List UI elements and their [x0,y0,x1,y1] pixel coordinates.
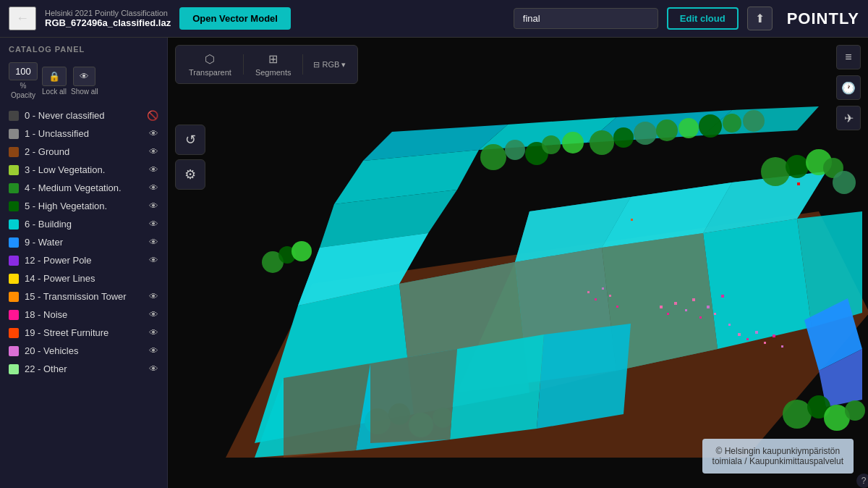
title-block: Helsinki 2021 Pointly Classification RGB… [45,9,171,28]
layer-label-street-furn: 19 - Street Furniture [25,327,143,338]
layer-color-street-furn [9,328,19,338]
compass-button[interactable]: ✈ [836,106,861,130]
svg-rect-57 [728,324,731,326]
layer-eye-unclassified[interactable]: 👁 [149,128,158,139]
svg-point-29 [562,132,584,153]
svg-rect-53 [699,316,702,319]
back-button[interactable]: ← [9,7,36,30]
layer-label-high-veg: 5 - High Vegetation. [25,201,143,211]
layer-eye-vehicles[interactable]: 👁 [149,345,158,356]
svg-rect-60 [755,331,758,334]
show-all-button[interactable]: 👁 [73,67,95,86]
toolbar-divider-1 [243,54,244,75]
layer-item-never-classified[interactable]: 0 - Never classified🚫 [0,106,167,125]
float-tools: ↺ ⚙ [175,125,205,190]
layer-item-power-lines[interactable]: 14 - Power Lines👁 [0,269,167,287]
settings-button[interactable]: ⚙ [175,159,205,190]
layer-eye-street-furn[interactable]: 👁 [149,327,158,338]
viewport[interactable]: ⬡ Transparent ⊞ Segments ⊟ RGB ▾ ≡ 🕐 ✈ ↺ [168,38,868,488]
layer-label-other: 22 - Other [25,363,143,374]
layer-eye-med-veg[interactable]: 👁 [149,182,158,193]
svg-rect-54 [707,306,710,308]
svg-rect-68 [616,306,618,308]
rgb-icon: ⊟ [313,60,320,70]
layer-eye-building[interactable]: 👁 [149,219,158,230]
layer-item-trans-tower[interactable]: 15 - Transmission Tower👁 [0,287,167,306]
layer-item-ground[interactable]: 2 - Ground👁 [0,143,167,161]
layer-item-noise[interactable]: 18 - Noise👁 [0,306,167,324]
scene-3d [168,38,868,488]
menu-button[interactable]: ≡ [836,45,861,70]
layer-label-noise: 18 - Noise [25,309,143,320]
svg-rect-64 [587,291,590,293]
opacity-input[interactable] [9,62,38,80]
segments-label: Segments [255,68,292,77]
opacity-label: % [20,82,27,90]
attribution-line1: © Helsingin kaupunkiympäristön [712,446,843,456]
layer-color-ground [9,147,19,157]
share-button[interactable]: ⬆ [747,7,773,30]
layer-item-high-veg[interactable]: 5 - High Vegetation.👁 [0,197,167,215]
layer-eye-noise[interactable]: 👁 [149,309,158,320]
edit-cloud-button[interactable]: Edit cloud [667,7,739,30]
layer-list: 0 - Never classified🚫1 - Unclassified👁2 … [0,106,167,488]
svg-point-32 [634,122,657,145]
open-vector-button[interactable]: Open Vector Model [179,7,291,30]
layer-item-low-veg[interactable]: 3 - Low Vegetation.👁 [0,161,167,179]
layer-item-other[interactable]: 22 - Other👁 [0,360,167,378]
sidebar-controls: % Opacity 🔒 Lock all 👁 Show all [0,58,167,106]
layer-item-med-veg[interactable]: 4 - Medium Vegetation.👁 [0,179,167,197]
layer-color-noise [9,310,19,320]
layer-eye-ground[interactable]: 👁 [149,146,158,157]
rotate-button[interactable]: ↺ [175,125,205,155]
lock-all-button[interactable]: 🔒 [42,67,67,86]
svg-point-36 [723,114,741,132]
layer-label-ground: 2 - Ground [25,146,143,157]
svg-rect-55 [714,313,716,315]
main-area: CATALOG PANEL % Opacity 🔒 Lock all 👁 Sho… [0,38,868,488]
rgb-button[interactable]: ⊟ RGB ▾ [307,57,352,72]
layer-item-water[interactable]: 9 - Water👁 [0,233,167,251]
svg-rect-52 [692,298,695,301]
svg-marker-82 [537,324,631,429]
layer-eye-high-veg[interactable]: 👁 [149,201,158,211]
svg-rect-51 [685,309,687,311]
show-all-label: Show all [71,88,98,96]
rgb-chevron-icon: ▾ [341,60,346,70]
history-button[interactable]: 🕐 [836,75,861,100]
layer-eye-other[interactable]: 👁 [149,363,158,374]
transparent-icon: ⬡ [205,52,215,66]
layer-item-vehicles[interactable]: 20 - Vehicles👁 [0,342,167,360]
topbar: ← Helsinki 2021 Pointly Classification R… [0,0,868,38]
layer-eye-never-classified[interactable]: 🚫 [147,110,158,121]
layer-eye-low-veg[interactable]: 👁 [149,164,158,175]
svg-marker-81 [450,335,544,439]
layer-color-building [9,219,19,230]
layer-eye-trans-tower[interactable]: 👁 [149,291,158,302]
transparent-label: Transparent [189,68,231,77]
layer-eye-water[interactable]: 👁 [149,237,158,248]
layer-item-unclassified[interactable]: 1 - Unclassified👁 [0,125,167,143]
svg-point-34 [678,118,699,138]
svg-marker-10 [703,219,812,349]
help-button[interactable]: ? [856,474,868,488]
transparent-button[interactable]: ⬡ Transparent [182,49,239,80]
svg-rect-63 [781,345,783,348]
layer-label-building: 6 - Building [25,219,143,230]
opacity-group: % Opacity [9,62,38,99]
segments-button[interactable]: ⊞ Segments [248,49,299,80]
sidebar: CATALOG PANEL % Opacity 🔒 Lock all 👁 Sho… [0,38,168,488]
search-input[interactable] [514,8,658,29]
layer-eye-power-pole[interactable]: 👁 [149,255,158,266]
attribution-line2: toimiala / Kaupunkimittauspalvelut [712,456,843,466]
layer-label-power-lines: 14 - Power Lines [25,273,143,284]
layer-label-med-veg: 4 - Medium Vegetation. [25,182,143,193]
layer-item-street-furn[interactable]: 19 - Street Furniture👁 [0,324,167,342]
svg-rect-59 [746,338,749,340]
view-toolbar: ⬡ Transparent ⊞ Segments ⊟ RGB ▾ [175,45,358,84]
layer-color-power-pole [9,256,19,266]
layer-item-power-pole[interactable]: 12 - Power Pole👁 [0,251,167,269]
layer-item-building[interactable]: 6 - Building👁 [0,215,167,233]
svg-point-30 [590,130,614,155]
svg-point-45 [292,241,312,261]
